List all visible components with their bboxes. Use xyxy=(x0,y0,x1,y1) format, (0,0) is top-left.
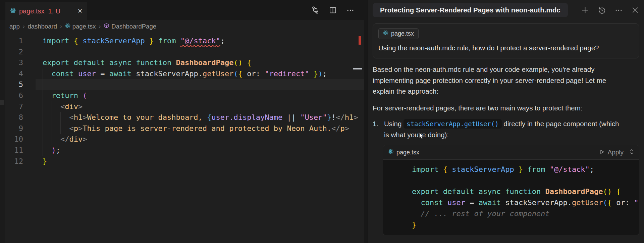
tab-modified-badge: 1, U xyxy=(48,7,61,15)
indent-guide xyxy=(60,112,61,134)
breadcrumb-item-dashboard[interactable]: dashboard xyxy=(28,23,57,30)
response-list-item: 1. Using stackServerApp.getUser() direct… xyxy=(373,118,622,140)
code-line[interactable]: 9 <p>This page is server-rendered and pr… xyxy=(0,123,364,134)
breadcrumb-item-dashboardpage[interactable]: DashboardPage xyxy=(104,23,156,30)
history-icon[interactable] xyxy=(598,6,606,14)
code-line[interactable]: 12} xyxy=(0,156,364,167)
response-paragraph: Based on the neon-auth.mdc rule and your… xyxy=(373,64,622,97)
code-line[interactable]: 2 xyxy=(0,47,364,58)
apply-button[interactable]: Apply xyxy=(607,149,624,156)
code-block-body: import { stackServerApp } from "@/stack"… xyxy=(383,160,639,235)
indent-guide xyxy=(52,101,52,145)
editor-tab-bar: page.tsx 1, U ✕ xyxy=(0,0,364,20)
chat-header: Protecting Server-Rendered Pages with ne… xyxy=(368,0,644,20)
assistant-response: Based on the neon-auth.mdc rule and your… xyxy=(368,64,644,140)
overview-ruler-cursor-marker xyxy=(353,68,362,69)
editor-more-actions-icon[interactable] xyxy=(346,6,355,14)
split-editor-icon[interactable] xyxy=(329,6,337,14)
breadcrumb-separator: › xyxy=(60,23,62,30)
code-line: // ... rest of your component xyxy=(392,208,639,219)
indent-guide xyxy=(43,68,43,156)
code-line[interactable]: 4 const user = await stackServerApp.getU… xyxy=(0,68,364,80)
code-line: export default async function DashboardP… xyxy=(392,186,639,197)
breadcrumb-item-page-tsx[interactable]: page.tsx xyxy=(65,23,96,30)
symbol-cube-icon xyxy=(104,23,109,30)
list-item-text: Using stackServerApp.getUser() directly … xyxy=(384,118,622,140)
code-line[interactable]: 11 ); xyxy=(0,145,364,156)
code-line: import { stackServerApp } from "@/stack"… xyxy=(392,164,639,175)
breadcrumb: app › dashboard › page.tsx › DashboardPa… xyxy=(9,20,156,33)
breadcrumb-separator: › xyxy=(23,23,25,30)
code-editor[interactable]: 1import { stackServerApp } from "@/stack… xyxy=(0,33,364,243)
code-line[interactable]: 6 return ( xyxy=(0,90,364,101)
code-line: const user = await stackServerApp.getUse… xyxy=(392,197,639,208)
user-message-card: page.tsx Using the neon-auth.mdc rule, h… xyxy=(373,23,639,58)
editor-pane: page.tsx 1, U ✕ app › dashboard › xyxy=(0,0,364,243)
react-icon xyxy=(388,149,393,156)
react-icon xyxy=(65,23,70,30)
code-line xyxy=(392,175,639,186)
code-line[interactable]: 1import { stackServerApp } from "@/stack… xyxy=(0,36,364,47)
tab-page-tsx[interactable]: page.tsx 1, U ✕ xyxy=(5,2,87,20)
list-marker: 1. xyxy=(373,118,384,140)
chat-more-actions-icon[interactable] xyxy=(614,6,623,14)
user-message-text: Using the neon-auth.mdc rule, how do I p… xyxy=(378,44,634,52)
code-line[interactable]: 5 xyxy=(0,79,364,90)
attachment-filename: page.tsx xyxy=(391,30,414,37)
cursor-ide-window: page.tsx 1, U ✕ app › dashboard › xyxy=(0,0,644,243)
react-icon xyxy=(10,7,16,15)
code-line[interactable]: 10 </div> xyxy=(0,134,364,145)
chat-panel: Protecting Server-Rendered Pages with ne… xyxy=(368,0,644,243)
collapse-chevron-icon[interactable] xyxy=(629,148,634,157)
attachment-chip[interactable]: page.tsx xyxy=(378,28,419,39)
tab-filename: page.tsx xyxy=(19,7,45,15)
inline-code: stackServerApp.getUser() xyxy=(404,119,502,129)
code-block-header: page.tsx Apply xyxy=(383,145,639,160)
code-line[interactable]: 8 <h1>Welcome to your dashboard, {user.d… xyxy=(0,112,364,123)
breadcrumb-separator: › xyxy=(99,23,101,30)
code-line[interactable]: 3export default async function Dashboard… xyxy=(0,57,364,68)
close-panel-icon[interactable] xyxy=(631,6,639,14)
rail-scroll-thumb[interactable] xyxy=(0,100,4,105)
code-line: } xyxy=(392,219,639,230)
overview-ruler-error-marker xyxy=(359,36,361,45)
code-line[interactable]: 7 <div> xyxy=(0,101,364,112)
react-icon xyxy=(383,30,388,37)
breadcrumb-item-app[interactable]: app xyxy=(9,23,20,30)
editor-left-rail xyxy=(0,20,5,243)
code-block-filename: page.tsx xyxy=(396,149,419,156)
new-chat-icon[interactable] xyxy=(581,6,589,14)
tab-close-icon[interactable]: ✕ xyxy=(77,8,83,14)
chat-code-block: page.tsx Apply import { stackServerApp }… xyxy=(383,145,639,235)
response-paragraph: For server-rendered pages, there are two… xyxy=(373,103,622,114)
open-changes-icon[interactable] xyxy=(311,6,320,14)
chat-title[interactable]: Protecting Server-Rendered Pages with ne… xyxy=(373,3,568,17)
apply-play-icon[interactable] xyxy=(599,149,604,156)
